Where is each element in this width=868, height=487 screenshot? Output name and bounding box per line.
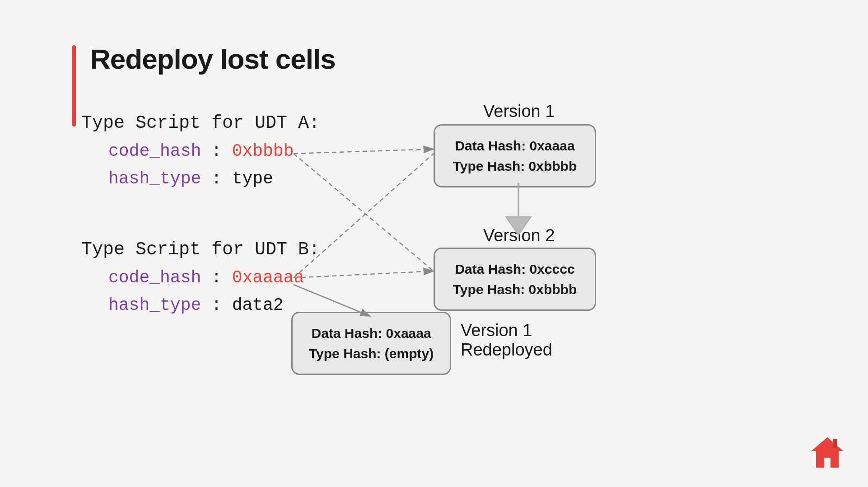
redeployed-label-line1: Version 1 (461, 321, 552, 340)
udt-a-block: Type Script for UDT A: code_hash : 0xbbb… (81, 113, 320, 188)
version1-box: Data Hash: 0xaaaa Type Hash: 0xbbbb (434, 124, 596, 187)
udt-b-hash-type-key: hash_type (108, 295, 201, 315)
udt-a-hash-type-key: hash_type (108, 169, 201, 188)
udt-b-block: Type Script for UDT B: code_hash : 0xaaa… (81, 239, 320, 315)
version1-type-hash: Type Hash: 0xbbbb (451, 156, 579, 176)
version1-redeployed-label: Version 1 Redeployed (461, 321, 552, 360)
redeployed-type-hash: Type Hash: (empty) (309, 343, 434, 364)
udt-a-hash-type: hash_type : type (81, 169, 320, 188)
udt-a-code-hash-key: code_hash (108, 141, 201, 161)
house-logo-icon (809, 435, 845, 471)
svg-marker-8 (812, 437, 843, 468)
version1-redeployed-box: Data Hash: 0xaaaa Type Hash: (empty) (291, 312, 451, 375)
version2-data-hash: Data Hash: 0xcccc (451, 259, 579, 279)
version1-label: Version 1 (483, 102, 555, 121)
version1-data-hash: Data Hash: 0xaaaa (451, 136, 579, 156)
slide-title: Redeploy lost cells (90, 43, 336, 75)
logo (809, 435, 845, 473)
udt-b-code-hash: code_hash : 0xaaaaa (81, 268, 320, 287)
udt-a-label: Type Script for UDT A: (81, 113, 320, 133)
udt-b-code-hash-key: code_hash (108, 268, 201, 287)
udt-b-code-hash-value: 0xaaaaa (232, 268, 304, 287)
red-accent-bar (72, 45, 76, 126)
svg-rect-9 (833, 439, 837, 448)
udt-a-code-hash-value: 0xbbbb (232, 141, 294, 161)
udt-b-hash-type-value: data2 (232, 295, 284, 315)
udt-b-label: Type Script for UDT B: (81, 239, 320, 260)
redeployed-data-hash: Data Hash: 0xaaaa (309, 323, 434, 343)
version2-box: Data Hash: 0xcccc Type Hash: 0xbbbb (434, 248, 596, 311)
udt-a-hash-type-value: type (232, 169, 273, 188)
version2-type-hash: Type Hash: 0xbbbb (451, 279, 579, 300)
version2-label: Version 2 (483, 226, 555, 245)
redeployed-label-line2: Redeployed (461, 340, 552, 360)
udt-b-hash-type: hash_type : data2 (81, 295, 320, 315)
udt-a-code-hash: code_hash : 0xbbbb (81, 141, 320, 161)
